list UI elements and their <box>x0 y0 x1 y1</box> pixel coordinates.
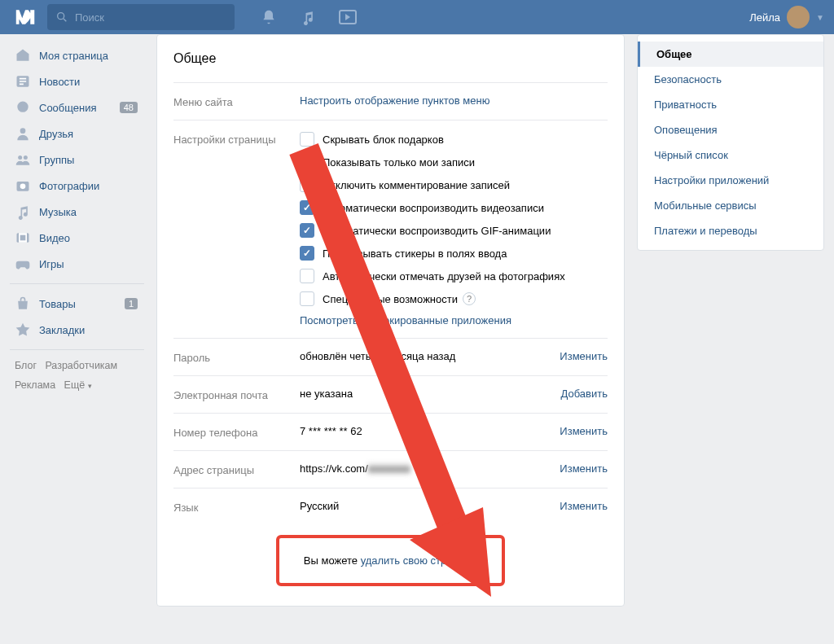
menu-label: Меню сайта <box>173 94 300 108</box>
nav-label: Новости <box>39 76 80 88</box>
delete-account-box: Вы можете удалить свою страницу. <box>276 535 505 586</box>
help-icon[interactable]: ? <box>463 292 476 305</box>
nav-market[interactable]: Товары1 <box>10 291 144 317</box>
nav-msg[interactable]: Сообщения48 <box>10 94 144 120</box>
setting-checkbox-5[interactable]: Подсказывать стикеры в полях ввода <box>300 246 608 261</box>
nav-label: Товары <box>39 298 76 310</box>
page-title: Общее <box>173 51 608 66</box>
lang-change-link[interactable]: Изменить <box>560 500 608 514</box>
svg-point-6 <box>24 156 28 160</box>
video-top-icon[interactable] <box>339 10 357 24</box>
phone-change-link[interactable]: Изменить <box>560 425 608 439</box>
footer-ads[interactable]: Реклама <box>15 379 55 391</box>
setting-checkbox-4[interactable]: Автоматически воспроизводить GIF-анимаци… <box>300 223 608 238</box>
checkbox-icon <box>300 177 314 192</box>
nav-friend[interactable]: Друзья <box>10 120 144 147</box>
nav-badge: 1 <box>125 298 138 309</box>
nav-label: Сообщения <box>39 102 97 114</box>
checkbox-label: Отключить комментирование записей <box>323 179 510 191</box>
friend-icon <box>15 125 31 142</box>
nav-label: Группы <box>39 154 74 166</box>
user-menu[interactable]: Лейла ▼ <box>749 6 824 28</box>
svg-rect-11 <box>20 235 26 241</box>
setting-checkbox-1[interactable]: Показывать только мои записи <box>300 155 608 169</box>
setting-checkbox-7[interactable]: Специальные возможности? <box>300 291 608 306</box>
music-icon <box>15 204 31 220</box>
nav-label: Игры <box>39 258 64 270</box>
address-label: Адрес страницы <box>173 462 300 476</box>
delete-account-link[interactable]: удалить свою страницу. <box>361 554 478 567</box>
settings-tab-3[interactable]: Оповещения <box>638 117 823 142</box>
svg-point-8 <box>20 184 26 190</box>
nav-label: Моя страница <box>39 50 108 62</box>
nav-music[interactable]: Музыка <box>10 199 144 225</box>
checkbox-icon <box>300 269 314 283</box>
settings-tab-2[interactable]: Приватность <box>638 92 823 117</box>
settings-tab-7[interactable]: Платежи и переводы <box>638 218 823 243</box>
header-bar: Лейла ▼ <box>0 0 834 34</box>
nav-games[interactable]: Игры <box>10 251 144 277</box>
settings-nav: ОбщееБезопасностьПриватностьОповещенияЧё… <box>637 34 824 251</box>
setting-checkbox-0[interactable]: Скрывать блок подарков <box>300 132 608 147</box>
nav-news[interactable]: Новости <box>10 68 144 94</box>
nav-home[interactable]: Моя страница <box>10 42 144 68</box>
market-icon <box>15 296 31 312</box>
left-nav: Моя страницаНовостиСообщения48ДрузьяГруп… <box>10 34 144 607</box>
password-change-link[interactable]: Изменить <box>560 350 608 364</box>
music-top-icon[interactable] <box>300 9 316 25</box>
email-add-link[interactable]: Добавить <box>561 388 608 401</box>
search-icon <box>55 11 68 24</box>
delete-prefix: Вы можете <box>304 554 361 567</box>
top-icons <box>261 9 357 25</box>
nav-footer: Блог Разработчикам Реклама Ещё ▾ <box>10 357 144 396</box>
nav-label: Закладки <box>39 324 85 336</box>
svg-line-1 <box>64 19 66 21</box>
settings-tab-1[interactable]: Безопасность <box>638 67 823 92</box>
fav-icon <box>15 322 31 338</box>
vk-logo[interactable] <box>13 5 37 29</box>
footer-blog[interactable]: Блог <box>15 360 37 371</box>
lang-label: Язык <box>173 500 300 514</box>
footer-dev[interactable]: Разработчикам <box>45 360 117 371</box>
avatar <box>787 6 810 28</box>
settings-tab-0[interactable]: Общее <box>638 42 823 67</box>
settings-tab-5[interactable]: Настройки приложений <box>638 168 823 193</box>
setting-checkbox-2[interactable]: Отключить комментирование записей <box>300 177 608 192</box>
phone-label: Номер телефона <box>173 425 300 439</box>
groups-icon <box>15 151 31 168</box>
checkbox-icon <box>300 155 314 169</box>
checkbox-label: Автоматически отмечать друзей на фотогра… <box>323 270 565 283</box>
search-box[interactable] <box>47 4 235 30</box>
notifications-icon[interactable] <box>261 9 277 25</box>
photo-icon <box>15 177 31 194</box>
home-icon <box>15 47 31 64</box>
nav-badge: 48 <box>120 102 138 113</box>
settings-tab-6[interactable]: Мобильные сервисы <box>638 193 823 218</box>
nav-groups[interactable]: Группы <box>10 147 144 173</box>
settings-tab-4[interactable]: Чёрный список <box>638 142 823 168</box>
checkbox-label: Скрывать блок подарков <box>323 134 444 146</box>
svg-point-4 <box>20 128 26 134</box>
setting-checkbox-3[interactable]: Автоматически воспроизводить видеозаписи <box>300 200 608 215</box>
settings-panel: Общее Меню сайта Настроить отображение п… <box>156 34 625 607</box>
video-icon <box>15 230 31 246</box>
blocked-apps-link[interactable]: Посмотреть заблокированные приложения <box>300 314 511 326</box>
nav-label: Видео <box>39 232 70 244</box>
username: Лейла <box>749 11 780 24</box>
nav-fav[interactable]: Закладки <box>10 317 144 343</box>
search-input[interactable] <box>75 11 226 24</box>
checkbox-icon <box>300 200 314 215</box>
password-value: обновлён четыре месяца назад <box>300 350 560 364</box>
menu-configure-link[interactable]: Настроить отображение пунктов меню <box>300 94 489 107</box>
nav-photo[interactable]: Фотографии <box>10 173 144 199</box>
footer-more[interactable]: Ещё ▾ <box>64 379 92 391</box>
address-change-link[interactable]: Изменить <box>560 462 608 476</box>
password-label: Пароль <box>173 350 300 364</box>
checkbox-label: Автоматически воспроизводить видеозаписи <box>323 202 544 214</box>
news-icon <box>15 73 31 90</box>
nav-video[interactable]: Видео <box>10 225 144 251</box>
email-label: Электронная почта <box>173 388 300 401</box>
svg-point-0 <box>58 13 64 20</box>
setting-checkbox-6[interactable]: Автоматически отмечать друзей на фотогра… <box>300 269 608 283</box>
checkbox-label: Подсказывать стикеры в полях ввода <box>323 248 507 260</box>
